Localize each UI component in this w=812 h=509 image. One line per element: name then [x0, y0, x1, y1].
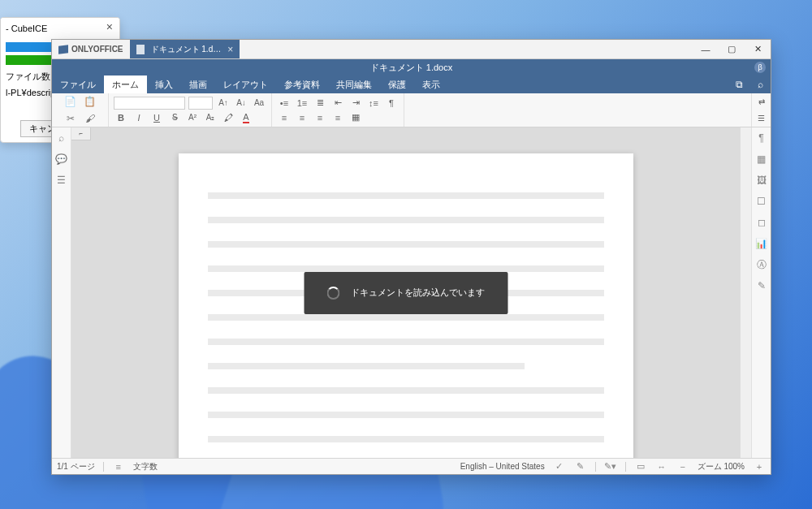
- placeholder-line: [208, 363, 525, 369]
- close-icon[interactable]: ×: [106, 20, 113, 33]
- bold-icon[interactable]: B: [114, 111, 128, 124]
- paragraph-group: •≡ 1≡ ≣ ⇤ ⇥ ↕≡ ¶ ≡ ≡ ≡ ≡ ▦: [272, 93, 404, 127]
- ruler-corner: ⌐: [71, 127, 91, 140]
- signature-icon[interactable]: ✎: [756, 280, 767, 291]
- align-right-icon[interactable]: ≡: [313, 111, 327, 124]
- close-button[interactable]: ✕: [745, 40, 771, 58]
- superscript-icon[interactable]: A²: [185, 111, 200, 124]
- spellcheck-icon[interactable]: ✓: [553, 461, 566, 472]
- textart-settings-icon[interactable]: Ⓐ: [756, 259, 767, 270]
- search-icon[interactable]: ⌕: [749, 75, 771, 93]
- placeholder-line: [208, 387, 604, 394]
- bullets-icon[interactable]: •≡: [277, 97, 292, 110]
- onlyoffice-window: ONLYOFFICE ドキュメント 1.d… × — ▢ ✕ ドキュメント 1.…: [51, 39, 771, 475]
- vertical-scrollbar[interactable]: [740, 127, 751, 458]
- change-case-icon[interactable]: Aa: [252, 97, 266, 110]
- right-sidebar: ¶ ▦ 🖼 ☐ ◻ 📊 Ⓐ ✎: [751, 127, 771, 458]
- onlyoffice-logo-text: ONLYOFFICE: [71, 45, 123, 54]
- subscript-icon[interactable]: A₂: [203, 111, 218, 124]
- placeholder-line: [208, 412, 604, 418]
- onlyoffice-logo-icon: [58, 45, 68, 54]
- menu-draw[interactable]: 描画: [181, 75, 215, 93]
- format-painter-icon[interactable]: 🖌: [82, 112, 98, 125]
- align-left-icon[interactable]: ≡: [277, 111, 292, 124]
- cut-icon[interactable]: ✂: [63, 112, 79, 125]
- placeholder-line: [208, 217, 604, 223]
- placeholder-line: [208, 339, 604, 345]
- paragraph-settings-icon[interactable]: ¶: [756, 132, 767, 144]
- decrease-indent-icon[interactable]: ⇤: [330, 97, 345, 110]
- statusbar: 1/1 ページ ≡ 文字数 English – United States ✓ …: [52, 458, 771, 474]
- chart-settings-icon[interactable]: 📊: [756, 238, 767, 249]
- wordcount-label[interactable]: 文字数: [133, 461, 158, 472]
- menu-file[interactable]: ファイル: [52, 75, 104, 93]
- wordcount-icon: ≡: [112, 461, 125, 472]
- shading-icon[interactable]: ▦: [348, 111, 363, 124]
- font-color-icon[interactable]: A: [239, 111, 253, 124]
- menu-view[interactable]: 表示: [414, 75, 448, 93]
- spinner-icon: [326, 287, 339, 300]
- select-all-icon[interactable]: ☰: [754, 112, 769, 125]
- language-indicator[interactable]: English – United States: [460, 462, 545, 471]
- toolbar: 📄 📋 ✂ 🖌 A↑ A↓ Aa B I U S̶ A² A₂ 🖍 A: [52, 93, 771, 127]
- document-icon: [136, 45, 145, 54]
- zoom-in-icon[interactable]: +: [753, 461, 766, 472]
- fit-page-icon[interactable]: ▭: [634, 461, 647, 472]
- strike-icon[interactable]: S̶: [167, 111, 182, 124]
- numbering-icon[interactable]: 1≡: [295, 97, 309, 110]
- titlebar: ドキュメント 1.docx β: [52, 59, 771, 75]
- copy-icon[interactable]: 📄: [63, 95, 79, 108]
- document-canvas[interactable]: ⌐ ドキュメントを読み込んでいます: [71, 127, 740, 458]
- image-settings-icon[interactable]: 🖼: [756, 175, 767, 186]
- page-indicator[interactable]: 1/1 ページ: [57, 461, 95, 472]
- font-group: A↑ A↓ Aa B I U S̶ A² A₂ 🖍 A: [109, 93, 272, 127]
- decrease-font-icon[interactable]: A↓: [234, 97, 248, 110]
- menu-references[interactable]: 参考資料: [276, 75, 328, 93]
- replace-icon[interactable]: ⇄: [754, 95, 769, 108]
- menu-collab[interactable]: 共同編集: [328, 75, 380, 93]
- menu-home[interactable]: ホーム: [104, 75, 147, 93]
- font-size-select[interactable]: [188, 97, 213, 110]
- line-spacing-icon[interactable]: ↕≡: [366, 97, 381, 110]
- increase-indent-icon[interactable]: ⇥: [348, 97, 363, 110]
- loading-text: ドキュメントを読み込んでいます: [351, 287, 485, 299]
- maximize-button[interactable]: ▢: [719, 40, 745, 58]
- fit-width-icon[interactable]: ↔: [655, 461, 668, 472]
- highlight-icon[interactable]: 🖍: [221, 111, 235, 124]
- italic-icon[interactable]: I: [132, 111, 146, 124]
- onlyoffice-logo[interactable]: ONLYOFFICE: [52, 40, 130, 58]
- trackchanges-dropdown-icon[interactable]: ✎▾: [604, 461, 617, 472]
- placeholder-line: [208, 436, 604, 442]
- align-center-icon[interactable]: ≡: [295, 111, 309, 124]
- close-tab-icon[interactable]: ×: [227, 44, 233, 55]
- user-avatar[interactable]: β: [754, 62, 766, 73]
- menu-protect[interactable]: 保護: [380, 75, 414, 93]
- zoom-out-icon[interactable]: −: [676, 461, 689, 472]
- menu-insert[interactable]: 挿入: [147, 75, 181, 93]
- cubeice-title-text: - CubeICE: [6, 24, 47, 33]
- menu-layout[interactable]: レイアウト: [215, 75, 276, 93]
- header-settings-icon[interactable]: ☐: [756, 196, 767, 207]
- zoom-level[interactable]: ズーム 100%: [698, 461, 745, 472]
- trackchanges-icon[interactable]: ✎: [574, 461, 587, 472]
- font-name-select[interactable]: [114, 97, 185, 110]
- table-settings-icon[interactable]: ▦: [756, 153, 767, 165]
- paste-icon[interactable]: 📋: [82, 95, 98, 108]
- headings-panel-icon[interactable]: ☰: [56, 175, 67, 186]
- comments-panel-icon[interactable]: 💬: [56, 153, 67, 165]
- cubeice-titlebar[interactable]: - CubeICE ×: [1, 18, 119, 39]
- document-tab[interactable]: ドキュメント 1.d… ×: [130, 40, 240, 58]
- minimize-button[interactable]: —: [693, 40, 719, 58]
- search-panel-icon[interactable]: ⌕: [56, 132, 67, 144]
- document-title: ドキュメント 1.docx: [370, 62, 452, 74]
- multilevel-icon[interactable]: ≣: [313, 97, 327, 110]
- shape-settings-icon[interactable]: ◻: [756, 217, 767, 228]
- open-location-icon[interactable]: ⧉: [728, 75, 749, 93]
- paragraph-mark-icon[interactable]: ¶: [384, 97, 399, 110]
- justify-icon[interactable]: ≡: [330, 111, 345, 124]
- increase-font-icon[interactable]: A↑: [216, 97, 231, 110]
- document-tab-label: ドキュメント 1.d…: [151, 44, 222, 55]
- underline-icon[interactable]: U: [149, 111, 164, 124]
- placeholder-line: [208, 192, 604, 199]
- loading-overlay: ドキュメントを読み込んでいます: [304, 272, 508, 314]
